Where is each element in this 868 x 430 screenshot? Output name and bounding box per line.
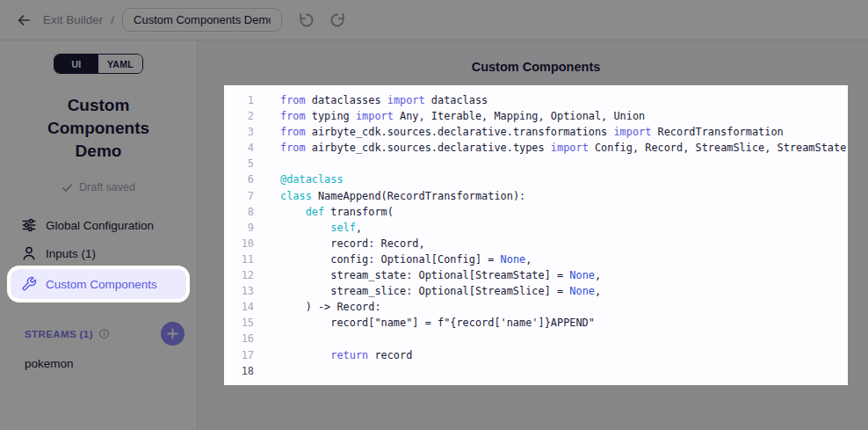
wrench-icon bbox=[21, 276, 37, 292]
line-number: 13 bbox=[224, 283, 254, 299]
code-text: config: Optional[Config] = None, bbox=[280, 251, 532, 267]
line-number: 2 bbox=[224, 108, 254, 124]
line-number: 14 bbox=[224, 299, 254, 315]
line-number: 1 bbox=[224, 92, 254, 108]
code-text: @dataclass bbox=[280, 171, 344, 187]
redo-icon bbox=[329, 11, 346, 29]
sidebar-item-inputs[interactable]: Inputs (1) bbox=[11, 241, 186, 266]
code-text: record["name"] = f"{record['name']}APPEN… bbox=[280, 315, 595, 331]
toggle-yaml-button[interactable]: YAML bbox=[98, 55, 142, 73]
code-text: stream_slice: Optional[StreamSlice] = No… bbox=[280, 283, 601, 299]
exit-builder-link[interactable]: Exit Builder bbox=[43, 13, 103, 26]
check-icon bbox=[61, 182, 73, 193]
sidebar-item-label: Inputs (1) bbox=[46, 247, 96, 260]
line-number: 6 bbox=[224, 171, 254, 187]
main-panel: Custom Components 1from dataclasses impo… bbox=[198, 40, 868, 430]
code-line[interactable]: 16 bbox=[224, 331, 848, 346]
streams-header-label: STREAMS (1) bbox=[25, 329, 93, 339]
redo-button[interactable] bbox=[328, 11, 347, 30]
code-text: ) -> Record: bbox=[280, 299, 381, 315]
line-number: 15 bbox=[224, 315, 254, 331]
save-status: Draft saved bbox=[11, 181, 186, 193]
toggle-ui-button[interactable]: UI bbox=[54, 55, 98, 73]
code-text: stream_state: Optional[StreamState] = No… bbox=[280, 267, 601, 283]
code-line[interactable]: 4from airbyte_cdk.sources.declarative.ty… bbox=[224, 140, 848, 156]
code-line[interactable]: 1from dataclasses import dataclass bbox=[224, 92, 848, 108]
sidebar-item-global-configuration[interactable]: Global Configuration bbox=[11, 213, 186, 237]
top-bar: Exit Builder / bbox=[0, 0, 868, 40]
code-line[interactable]: 3from airbyte_cdk.sources.declarative.tr… bbox=[224, 124, 848, 140]
user-icon bbox=[21, 245, 37, 261]
add-stream-button[interactable] bbox=[161, 322, 184, 346]
stream-item[interactable]: pokemon bbox=[11, 351, 186, 376]
streams-list: pokemon bbox=[11, 351, 186, 376]
sidebar-item-custom-components[interactable]: Custom Components bbox=[11, 269, 186, 299]
line-number: 3 bbox=[224, 124, 254, 140]
code-line[interactable]: 10 record: Record, bbox=[224, 236, 848, 251]
code-line[interactable]: 17 return record bbox=[224, 347, 848, 363]
code-line[interactable]: 13 stream_slice: Optional[StreamSlice] =… bbox=[224, 283, 848, 299]
builder-sidebar: UI YAML Custom Components Demo Draft sav… bbox=[0, 40, 198, 430]
undo-button[interactable] bbox=[297, 11, 316, 30]
page-title: Custom Components bbox=[224, 60, 848, 74]
code-text: class NameAppend(RecordTransformation): bbox=[280, 188, 525, 204]
connector-builder-window: Exit Builder / UI YAML Custom bbox=[0, 0, 868, 430]
code-line[interactable]: 2from typing import Any, Iterable, Mappi… bbox=[224, 108, 848, 124]
back-arrow-icon bbox=[16, 12, 32, 28]
code-text: self, bbox=[280, 220, 362, 236]
code-text: from airbyte_cdk.sources.declarative.tra… bbox=[280, 124, 784, 140]
line-number: 5 bbox=[224, 156, 254, 171]
info-icon[interactable] bbox=[98, 328, 110, 339]
code-text: from typing import Any, Iterable, Mappin… bbox=[280, 108, 645, 124]
code-line[interactable]: 5 bbox=[224, 156, 848, 171]
code-line[interactable]: 12 stream_state: Optional[StreamState] =… bbox=[224, 267, 848, 283]
sidebar-nav: Global Configuration Inputs (1) bbox=[11, 213, 186, 299]
save-status-label: Draft saved bbox=[79, 181, 135, 193]
code-line[interactable]: 11 config: Optional[Config] = None, bbox=[224, 251, 848, 267]
streams-header: STREAMS (1) bbox=[11, 322, 186, 346]
line-number: 7 bbox=[224, 188, 254, 204]
code-text: from dataclasses import dataclass bbox=[280, 92, 488, 108]
back-button[interactable] bbox=[12, 9, 35, 32]
line-number: 9 bbox=[224, 220, 254, 236]
code-line[interactable]: 18 bbox=[224, 363, 848, 379]
project-title: Custom Components Demo bbox=[33, 94, 164, 163]
connector-name-input[interactable] bbox=[122, 8, 282, 32]
code-text: record: Record, bbox=[280, 236, 425, 251]
sidebar-item-label: Custom Components bbox=[46, 278, 157, 291]
line-number: 16 bbox=[224, 331, 254, 346]
code-editor[interactable]: 1from dataclasses import dataclass2from … bbox=[224, 85, 848, 385]
code-text: def transform( bbox=[280, 204, 394, 220]
plus-icon bbox=[166, 327, 179, 340]
breadcrumb-separator: / bbox=[111, 13, 114, 26]
line-number: 17 bbox=[224, 347, 254, 363]
code-line[interactable]: 7class NameAppend(RecordTransformation): bbox=[224, 188, 848, 204]
ui-yaml-toggle: UI YAML bbox=[54, 54, 143, 74]
code-line[interactable]: 14 ) -> Record: bbox=[224, 299, 848, 315]
sliders-icon bbox=[21, 217, 37, 233]
line-number: 8 bbox=[224, 204, 254, 220]
code-line[interactable]: 15 record["name"] = f"{record['name']}AP… bbox=[224, 315, 848, 331]
undo-icon bbox=[298, 11, 315, 29]
code-line[interactable]: 8 def transform( bbox=[224, 204, 848, 220]
line-number: 18 bbox=[224, 363, 254, 379]
code-text: return record bbox=[280, 347, 412, 363]
line-number: 4 bbox=[224, 140, 254, 156]
line-number: 12 bbox=[224, 267, 254, 283]
line-number: 10 bbox=[224, 236, 254, 251]
code-line[interactable]: 6@dataclass bbox=[224, 171, 848, 187]
code-text: from airbyte_cdk.sources.declarative.typ… bbox=[280, 140, 846, 156]
sidebar-item-label: Global Configuration bbox=[46, 219, 154, 232]
code-line[interactable]: 9 self, bbox=[224, 220, 848, 236]
line-number: 11 bbox=[224, 251, 254, 267]
